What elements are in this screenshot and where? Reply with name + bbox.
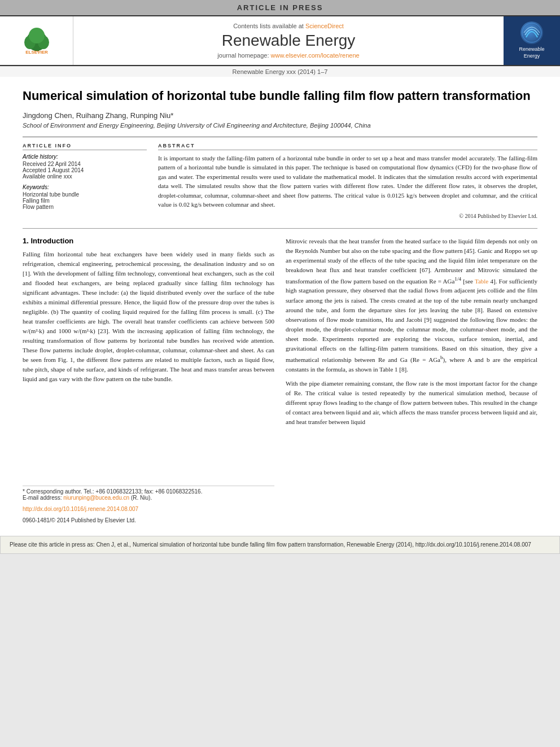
- keyword-3: Flow pattern: [23, 204, 147, 210]
- main-content: Numerical simulation of horizontal tube …: [0, 77, 560, 536]
- journal-header: ELSEVIER Contents lists available at Sci…: [0, 15, 560, 66]
- journal-header-right: Renewable Energy: [504, 16, 560, 65]
- affiliation: School of Environment and Energy Enginee…: [23, 122, 537, 129]
- received-date: Received 22 April 2014: [23, 161, 147, 167]
- citation-top: Renewable Energy xxx (2014) 1–7: [0, 66, 560, 77]
- body-right-col: Mitrovic reveals that the heat transfer …: [286, 237, 537, 525]
- history-label: Article history:: [23, 154, 147, 160]
- body-left-col: 1. Introduction Falling film horizontal …: [23, 237, 274, 525]
- body-two-columns: 1. Introduction Falling film horizontal …: [23, 237, 537, 525]
- asterisk: *: [170, 111, 173, 120]
- article-info-col: ARTICLE INFO Article history: Received 2…: [23, 143, 147, 219]
- journal-homepage-line: journal homepage: www.elsevier.com/locat…: [217, 52, 359, 59]
- article-in-press-banner: ARTICLE IN PRESS: [0, 0, 560, 15]
- abstract-header: ABSTRACT: [158, 143, 537, 150]
- section-title: 1. Introduction: [23, 237, 274, 245]
- contents-label: Contents lists available at: [233, 23, 304, 29]
- email-label: E-mail address:: [23, 495, 62, 501]
- authors: Jingdong Chen, Ruihang Zhang, Runping Ni…: [23, 111, 537, 120]
- svg-point-4: [29, 28, 45, 43]
- elsevier-logo-svg: ELSEVIER: [14, 27, 59, 55]
- journal-header-center: Contents lists available at ScienceDirec…: [73, 16, 504, 65]
- email-link[interactable]: niurunping@bucea.edu.cn: [63, 495, 129, 501]
- homepage-label: journal homepage:: [217, 52, 269, 59]
- intro-p1-text: Falling film horizontal tube heat exchan…: [23, 251, 274, 383]
- keywords-section: Keywords: Horizontal tube bundle Falling…: [23, 184, 147, 210]
- footnote-asterisk: * Corresponding author. Tel.: +86 010683…: [23, 488, 274, 495]
- re-circle-svg: [522, 23, 542, 43]
- abstract-col: ABSTRACT It is important to study the fa…: [158, 143, 537, 219]
- citation-top-text: Renewable Energy xxx (2014) 1–7: [233, 68, 328, 75]
- table-ref: Table: [475, 277, 488, 284]
- elsevier-logo: ELSEVIER: [14, 27, 59, 55]
- issn-text: 0960-1481/© 2014 Published by Elsevier L…: [23, 517, 136, 523]
- article-info-abstract: ARTICLE INFO Article history: Received 2…: [23, 137, 537, 219]
- sciencedirect-link[interactable]: ScienceDirect: [305, 23, 344, 29]
- svg-point-6: [522, 23, 541, 42]
- intro-paragraph-1: Falling film horizontal tube heat exchan…: [23, 250, 274, 385]
- re-logo-circle: [520, 21, 543, 44]
- issn-line: 0960-1481/© 2014 Published by Elsevier L…: [23, 514, 274, 525]
- section-divider: [23, 228, 537, 229]
- section-number: 1.: [23, 237, 29, 245]
- article-history: Article history: Received 22 April 2014 …: [23, 154, 147, 180]
- footer-citation: Please cite this article in press as: Ch…: [0, 536, 560, 554]
- article-info-header: ARTICLE INFO: [23, 143, 147, 150]
- intro-paragraph-3: With the pipe diameter remaining constan…: [286, 379, 537, 427]
- copyright-line: © 2014 Published by Elsevier Ltd.: [158, 213, 537, 219]
- paper-title: Numerical simulation of horizontal tube …: [23, 88, 537, 104]
- page-wrapper: ARTICLE IN PRESS ELSEVIER Contents lists…: [0, 0, 560, 554]
- keywords-label: Keywords:: [23, 184, 147, 190]
- homepage-url[interactable]: www.elsevier.com/locate/renene: [271, 52, 360, 59]
- keyword-1: Horizontal tube bundle: [23, 191, 147, 198]
- re-logo-text: Renewable Energy: [519, 46, 544, 59]
- online-date: Available online xxx: [23, 173, 147, 180]
- accepted-date: Accepted 1 August 2014: [23, 167, 147, 173]
- footnote-email-line: E-mail address: niurunping@bucea.edu.cn …: [23, 495, 274, 501]
- journal-title-header: Renewable Energy: [222, 32, 356, 50]
- keyword-2: Falling film: [23, 198, 147, 204]
- doi-line: http://dx.doi.org/10.1016/j.renene.2014.…: [23, 503, 274, 513]
- svg-text:ELSEVIER: ELSEVIER: [25, 50, 48, 55]
- authors-text: Jingdong Chen, Ruihang Zhang, Runping Ni…: [23, 111, 170, 120]
- re-logo-box: Renewable Energy: [509, 21, 554, 60]
- abstract-text: It is important to study the falling-fil…: [158, 154, 537, 209]
- footnote-area: * Corresponding author. Tel.: +86 010683…: [23, 486, 274, 501]
- section-title-text: Introduction: [30, 237, 73, 245]
- footnote-text: * Corresponding author. Tel.: +86 010683…: [23, 488, 202, 495]
- doi-link[interactable]: http://dx.doi.org/10.1016/j.renene.2014.…: [23, 506, 138, 512]
- sciencedirect-line: Contents lists available at ScienceDirec…: [233, 23, 344, 29]
- footer-citation-text: Please cite this article in press as: Ch…: [10, 541, 531, 548]
- intro-paragraph-2: Mitrovic reveals that the heat transfer …: [286, 237, 537, 374]
- journal-header-left: ELSEVIER: [0, 16, 73, 65]
- banner-text: ARTICLE IN PRESS: [237, 3, 323, 12]
- email-suffix: (R. Niu).: [131, 495, 152, 501]
